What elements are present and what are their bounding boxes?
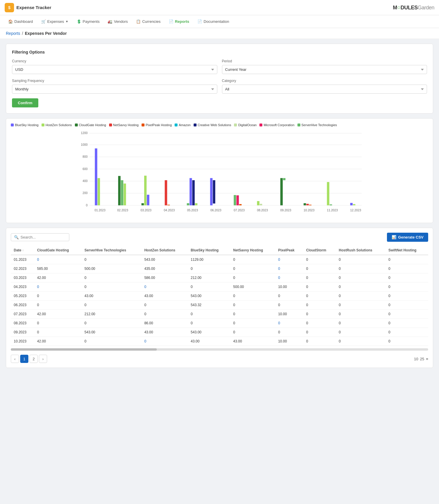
nav-payments[interactable]: 💲 Payments (73, 18, 103, 25)
cell-hostrush: 0 (336, 273, 385, 282)
search-box[interactable]: 🔍 (11, 233, 69, 241)
search-icon: 🔍 (14, 235, 19, 239)
svg-rect-47 (280, 178, 283, 205)
cell-cloudgate: 0 (34, 319, 82, 328)
nav-documentation[interactable]: 📄 Documentation (194, 18, 233, 25)
cell-bluesky: 0 (188, 264, 230, 273)
legend-dot-pixelpeak (142, 124, 144, 126)
filter-grid: Currency USD EUR GBP Period Current Year… (12, 59, 427, 94)
cell-pixelpeak[interactable]: 0 (275, 273, 303, 282)
cell-cloudgate: 42.00 (34, 337, 82, 346)
cell-cloudstorm: 0 (303, 328, 336, 337)
next-page-button[interactable]: › (39, 355, 47, 363)
cell-swiftnet: 0 (385, 264, 428, 273)
legend-digitalocean: DigitalOcean (234, 123, 256, 127)
scroll-thumb[interactable] (11, 348, 157, 351)
th-cloudgate[interactable]: CloudGate Hosting (34, 246, 82, 255)
cell-date: 09.2023 (11, 328, 34, 337)
svg-rect-45 (257, 201, 259, 205)
svg-rect-39 (195, 203, 197, 205)
th-hostzen[interactable]: HostZen Solutions (141, 246, 188, 255)
table-row: 09.20230543.0043.00543.0000000 (11, 328, 428, 337)
th-date[interactable]: Date ↑ (11, 246, 34, 255)
cell-swiftnet: 0 (385, 292, 428, 301)
nav-currencies[interactable]: 📋 Currencies (132, 18, 164, 25)
search-input[interactable] (20, 235, 66, 239)
pagination: ‹ 1 2 › 10 25 ≡ (11, 355, 428, 363)
cell-netsavvy: 0 (230, 273, 275, 282)
period-select[interactable]: Current Year Last Year Custom (222, 65, 427, 74)
brand-icon: $ (5, 3, 14, 12)
page-size-icon[interactable]: ≡ (426, 357, 428, 361)
th-serverhive[interactable]: ServerHive Technologies (82, 246, 142, 255)
th-bluesky[interactable]: BlueSky Hosting (188, 246, 230, 255)
cell-cloudstorm: 0 (303, 264, 336, 273)
page-buttons: ‹ 1 2 › (11, 355, 47, 363)
generate-csv-button[interactable]: 📊 Generate CSV (387, 233, 428, 242)
cell-cloudstorm: 0 (303, 301, 336, 310)
cell-pixelpeak[interactable]: 0 (275, 264, 303, 273)
nav-expenses[interactable]: 🛒 Expenses ▼ (38, 18, 72, 25)
cell-cloudgate[interactable]: 0 (34, 282, 82, 292)
legend-pixelpeak: PixelPeak Hosting (142, 123, 172, 127)
legend-bluesky: BlueSky Hosting (11, 123, 39, 127)
currency-group: Currency USD EUR GBP (12, 59, 217, 74)
legend-dot-digitalocean (234, 124, 237, 126)
sort-icon-date: ↑ (22, 249, 24, 252)
legend-dot-cloudgate (75, 124, 78, 126)
confirm-button[interactable]: Confirm (12, 98, 38, 107)
svg-text:200: 200 (82, 191, 87, 195)
data-table: Date ↑ CloudGate Hosting ServerHive Tech… (11, 246, 428, 346)
svg-rect-42 (234, 195, 236, 205)
svg-rect-33 (147, 195, 149, 205)
breadcrumb-parent[interactable]: Reports (6, 31, 20, 36)
breadcrumb-separator: / (22, 31, 23, 36)
svg-rect-36 (187, 203, 189, 205)
cell-hostzen: 435.00 (141, 264, 188, 273)
cell-pixelpeak[interactable]: 0 (275, 319, 303, 328)
cell-netsavvy: 0 (230, 328, 275, 337)
legend-microsoft: Microsoft Corporation (259, 123, 294, 127)
cell-cloudgate[interactable]: 0 (34, 255, 82, 264)
svg-rect-28 (118, 176, 120, 205)
svg-text:1000: 1000 (81, 143, 87, 146)
cell-cloudstorm: 0 (303, 292, 336, 301)
cell-serverhive: 43.00 (82, 292, 142, 301)
th-netsavvy[interactable]: NetSavvy Hosting (230, 246, 275, 255)
currency-select[interactable]: USD EUR GBP (12, 65, 217, 74)
legend-hostzen: HostZen Solutions (42, 123, 72, 127)
svg-rect-27 (98, 178, 100, 205)
category-select[interactable]: All Hosting Cloud (222, 85, 427, 94)
page-2-button[interactable]: 2 (30, 355, 38, 363)
prev-page-button[interactable]: ‹ (11, 355, 19, 363)
legend-dot-microsoft (259, 124, 262, 126)
th-swiftnet[interactable]: SwiftNet Hosting (385, 246, 428, 255)
svg-rect-46 (260, 204, 262, 205)
cell-date: 02.2023 (11, 264, 34, 273)
cell-hostzen[interactable]: 0 (141, 337, 188, 346)
filter-card-title: Filtering Options (12, 50, 427, 54)
th-cloudstorm[interactable]: CloudStorm (303, 246, 336, 255)
th-pixelpeak[interactable]: PixelPeak (275, 246, 303, 255)
nav-dashboard[interactable]: 🏠 Dashboard (5, 18, 37, 25)
svg-rect-37 (190, 178, 192, 205)
cell-date: 04.2023 (11, 282, 34, 292)
th-hostrush[interactable]: HostRush Solutions (336, 246, 385, 255)
cell-cloudstorm: 0 (303, 255, 336, 264)
cell-swiftnet: 0 (385, 319, 428, 328)
cell-hostzen[interactable]: 0 (141, 282, 188, 292)
cell-date: 05.2023 (11, 292, 34, 301)
cell-cloudgate: 585.00 (34, 264, 82, 273)
horizontal-scrollbar[interactable] (11, 348, 428, 351)
page-1-button[interactable]: 1 (20, 355, 28, 363)
sampling-select[interactable]: Monthly Weekly Daily (12, 85, 217, 94)
svg-rect-38 (192, 180, 194, 205)
nav-reports[interactable]: 📄 Reports (165, 18, 193, 25)
chart-card: BlueSky Hosting HostZen Solutions CloudG… (6, 118, 433, 223)
cell-pixelpeak[interactable]: 0 (275, 255, 303, 264)
nav-vendors[interactable]: 🚛 Vendors (104, 18, 131, 25)
cell-swiftnet: 0 (385, 273, 428, 282)
cell-hostrush: 0 (336, 328, 385, 337)
period-group: Period Current Year Last Year Custom (222, 59, 427, 74)
cell-serverhive: 543.00 (82, 328, 142, 337)
